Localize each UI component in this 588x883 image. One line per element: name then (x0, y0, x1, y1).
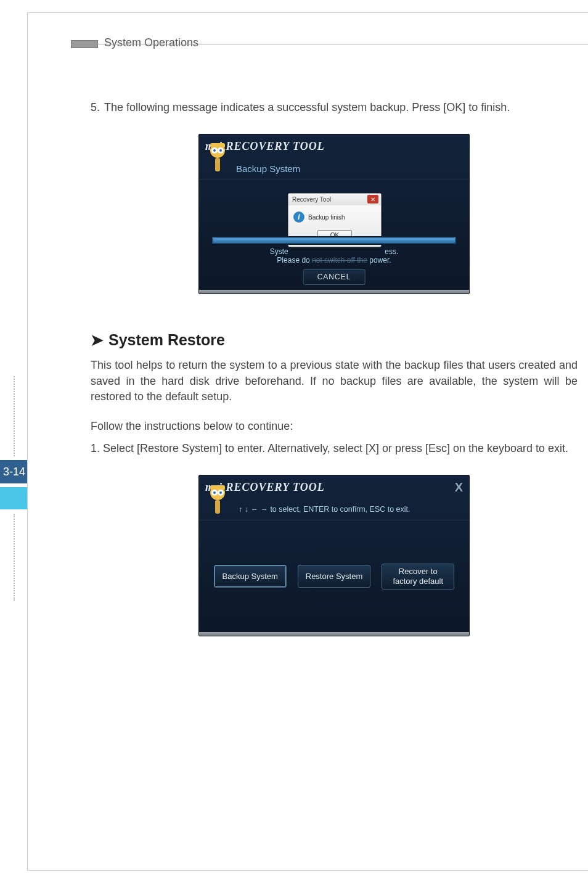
svg-rect-1 (210, 143, 225, 148)
system-restore-heading: ➤System Restore (91, 331, 578, 349)
progress-text-left: Syste (270, 247, 288, 256)
step-5-body: The following message indicates a succes… (104, 101, 510, 113)
page-number-badge: 3-14 (0, 460, 28, 483)
recovery-tool-subtitle-2: ↑ ↓ ← → to select, ENTER to confirm, ESC… (199, 499, 469, 520)
page-frame: System Operations 5.The following messag… (27, 12, 588, 871)
recovery-tool-titlebar-1: msi RECOVERY TOOL (199, 134, 469, 158)
subtitle-label: Backup System (236, 163, 300, 174)
progress-bar (211, 236, 457, 245)
close-button[interactable]: X (455, 480, 463, 495)
svg-point-12 (219, 491, 222, 494)
progress-text2-post: power. (367, 256, 391, 265)
step-1-body: Select [Restore System] to enter. Altern… (103, 442, 568, 454)
step-1-number: 1. (91, 442, 100, 454)
recovery-tool-title-2: RECOVERY TOOL (226, 481, 325, 494)
recovery-tool-title: RECOVERY TOOL (226, 140, 325, 153)
svg-point-4 (213, 149, 216, 152)
svg-point-5 (219, 149, 222, 152)
progress-text2-hidden: not switch off the (312, 256, 367, 265)
recovery-tool-window-2: msi RECOVERY TOOL X (198, 475, 470, 636)
svg-rect-13 (215, 500, 220, 514)
margin-dots-below (14, 514, 15, 601)
screenshot-recovery-menu: msi RECOVERY TOOL X (198, 475, 470, 636)
backup-system-button[interactable]: Backup System (214, 565, 287, 588)
mascot-icon (203, 139, 232, 176)
step-1-text: 1. Select [Restore System] to enter. Alt… (91, 440, 578, 456)
follow-instructions-text: Follow the instructions below to continu… (91, 419, 578, 435)
recover-factory-button[interactable]: Recover to factory default (382, 564, 454, 590)
system-restore-paragraph: This tool helps to return the system to … (91, 358, 578, 405)
progress-area: Syste ess. Please do not switch off the … (211, 236, 457, 265)
progress-text-line2: Please do not switch off the power. (211, 256, 457, 265)
window-footer-bevel-1 (199, 290, 469, 294)
dialog-body: i Backup finish (288, 205, 381, 226)
mascot-icon-2 (203, 482, 232, 519)
svg-rect-8 (210, 485, 225, 490)
recovery-tool-subtitle-1: Backup System (199, 158, 469, 179)
info-icon: i (293, 212, 304, 223)
svg-point-11 (213, 491, 216, 494)
margin-dots-above (14, 376, 15, 456)
page: 3-14 System Operations 5.The following m… (0, 0, 588, 883)
progress-fill (213, 238, 455, 243)
restore-system-button[interactable]: Restore System (298, 565, 370, 588)
progress-text-right: ess. (385, 247, 398, 256)
recovery-tool-body-2: Backup System Restore System Recover to … (199, 520, 469, 632)
recover-line2: factory default (388, 577, 447, 586)
page-number-accent (0, 487, 28, 509)
recover-line1: Recover to (388, 567, 447, 577)
window-footer-bevel-2 (199, 632, 469, 636)
dialog-close-button[interactable]: ✕ (367, 195, 378, 203)
dialog-message: Backup finish (308, 214, 345, 221)
progress-text-line1: Syste ess. (211, 247, 457, 256)
chevron-icon: ➤ (91, 331, 104, 349)
step-5-text: 5.The following message indicates a succ… (91, 99, 578, 115)
cancel-button[interactable]: CANCEL (303, 269, 365, 285)
content-area: 5.The following message indicates a succ… (91, 99, 578, 673)
dialog-title-text: Recovery Tool (292, 196, 331, 203)
recovery-tool-body-1: Recovery Tool ✕ i Backup finish OK (199, 179, 469, 290)
screenshot-backup-finish: msi RECOVERY TOOL (198, 134, 470, 294)
step-5-number: 5. (91, 99, 104, 115)
heading-text: System Restore (108, 331, 225, 348)
nav-hint-text: ↑ ↓ ← → to select, ENTER to confirm, ESC… (239, 505, 410, 514)
header-rule (71, 44, 588, 44)
header-section-title: System Operations (104, 36, 198, 49)
recovery-tool-window-1: msi RECOVERY TOOL (198, 134, 470, 294)
progress-text2-pre: Please do (277, 256, 312, 265)
svg-rect-6 (215, 158, 220, 171)
recovery-tool-titlebar-2: msi RECOVERY TOOL X (199, 475, 469, 499)
dialog-titlebar: Recovery Tool ✕ (288, 194, 381, 205)
